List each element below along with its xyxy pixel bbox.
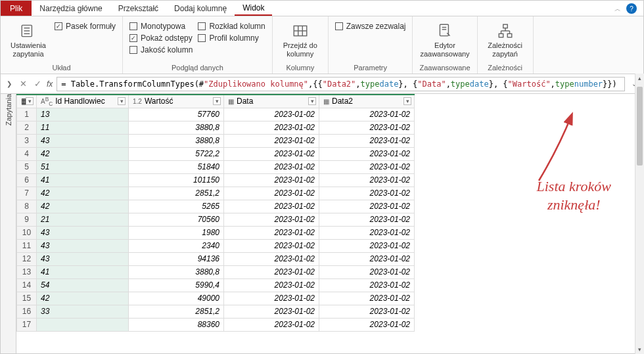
formula-bar-checkbox[interactable]: ✓Pasek formuły — [55, 22, 116, 31]
cell-id[interactable]: 42 — [37, 147, 129, 160]
cell-value[interactable]: 1980 — [129, 226, 224, 239]
cell-date2[interactable]: 2023-01-02 — [319, 108, 415, 121]
cancel-formula-icon[interactable]: ✕ — [18, 79, 28, 89]
cell-id[interactable]: 42 — [37, 187, 129, 200]
cell-value[interactable]: 3880,8 — [129, 265, 224, 278]
table-row[interactable]: 6411011502023-01-022023-01-02 — [17, 173, 415, 187]
cell-value[interactable]: 2340 — [129, 239, 224, 252]
query-settings-button[interactable]: Ustawienia zapytania — [7, 19, 49, 58]
column-header-date[interactable]: ▦Data ▾ — [224, 95, 319, 108]
collapse-ribbon-icon[interactable]: ︿ — [614, 5, 621, 16]
advanced-editor-button[interactable]: Edytor zaawansowany — [424, 19, 466, 58]
cell-date[interactable]: 2023-01-02 — [224, 187, 319, 200]
cell-date2[interactable]: 2023-01-02 — [319, 265, 415, 278]
tab-home[interactable]: Narzędzia główne — [32, 1, 110, 16]
table-menu-icon[interactable]: ▾ — [26, 97, 34, 105]
table-row[interactable]: 921705602023-01-022023-01-02 — [17, 213, 415, 226]
cell-date[interactable]: 2023-01-02 — [224, 200, 319, 213]
table-row[interactable]: 551518402023-01-022023-01-02 — [17, 160, 415, 173]
cell-id[interactable]: 41 — [37, 173, 129, 187]
cell-value[interactable]: 3880,8 — [129, 121, 224, 134]
always-allow-checkbox[interactable]: Zawsze zezwalaj — [335, 22, 406, 31]
cell-date2[interactable]: 2023-01-02 — [319, 252, 415, 265]
cell-value[interactable]: 2851,2 — [129, 305, 224, 318]
vertical-scrollbar[interactable]: ▴ ▾ — [635, 74, 644, 354]
confirm-formula-icon[interactable]: ✓ — [32, 79, 43, 89]
cell-id[interactable]: 42 — [37, 292, 129, 305]
table-row[interactable]: 2113880,82023-01-022023-01-02 — [17, 121, 415, 134]
cell-value[interactable]: 94136 — [129, 252, 224, 265]
table-row[interactable]: 104319802023-01-022023-01-02 — [17, 226, 415, 239]
row-index-header[interactable]: ▦ ▾ — [17, 95, 37, 108]
table-row[interactable]: 1542490002023-01-022023-01-02 — [17, 292, 415, 305]
table-row[interactable]: 113577602023-01-022023-01-02 — [17, 108, 415, 121]
cell-id[interactable]: 41 — [37, 265, 129, 278]
cell-value[interactable]: 51840 — [129, 160, 224, 173]
tab-view[interactable]: Widok — [235, 1, 272, 16]
cell-date[interactable]: 2023-01-02 — [224, 173, 319, 187]
cell-date2[interactable]: 2023-01-02 — [319, 278, 415, 292]
cell-date[interactable]: 2023-01-02 — [224, 278, 319, 292]
cell-id[interactable]: 11 — [37, 121, 129, 134]
cell-date2[interactable]: 2023-01-02 — [319, 187, 415, 200]
cell-date[interactable]: 2023-01-02 — [224, 160, 319, 173]
cell-date2[interactable]: 2023-01-02 — [319, 173, 415, 187]
cell-date2[interactable]: 2023-01-02 — [319, 292, 415, 305]
cell-date2[interactable]: 2023-01-02 — [319, 239, 415, 252]
filter-dropdown-icon[interactable]: ▾ — [118, 97, 126, 105]
cell-id[interactable]: 51 — [37, 160, 129, 173]
scroll-thumb[interactable] — [637, 87, 643, 166]
scroll-down-icon[interactable]: ▾ — [635, 345, 644, 354]
table-row[interactable]: 13413880,82023-01-022023-01-02 — [17, 265, 415, 278]
column-distribution-checkbox[interactable]: Rozkład kolumn — [198, 22, 265, 31]
table-row[interactable]: 1243941362023-01-022023-01-02 — [17, 252, 415, 265]
cell-date2[interactable]: 2023-01-02 — [319, 134, 415, 147]
table-row[interactable]: 4425722,22023-01-022023-01-02 — [17, 147, 415, 160]
cell-id[interactable]: 43 — [37, 134, 129, 147]
table-row[interactable]: 14545990,42023-01-022023-01-02 — [17, 278, 415, 292]
cell-value[interactable]: 5722,2 — [129, 147, 224, 160]
cell-value[interactable]: 57760 — [129, 108, 224, 121]
monospaced-checkbox[interactable]: Monotypowa — [129, 22, 193, 31]
table-row[interactable]: 17883602023-01-022023-01-02 — [17, 318, 415, 331]
cell-date[interactable]: 2023-01-02 — [224, 239, 319, 252]
cell-date2[interactable]: 2023-01-02 — [319, 147, 415, 160]
cell-value[interactable]: 88360 — [129, 318, 224, 331]
cell-date[interactable]: 2023-01-02 — [224, 108, 319, 121]
show-whitespace-checkbox[interactable]: ✓Pokaż odstępy — [129, 33, 193, 43]
cell-id[interactable]: 43 — [37, 252, 129, 265]
cell-value[interactable]: 2851,2 — [129, 187, 224, 200]
column-header-value[interactable]: 1.2Wartość ▾ — [129, 95, 224, 108]
help-icon[interactable]: ? — [626, 3, 637, 14]
tab-transform[interactable]: Przekształć — [110, 1, 166, 16]
table-row[interactable]: 16332851,22023-01-022023-01-02 — [17, 305, 415, 318]
cell-date2[interactable]: 2023-01-02 — [319, 318, 415, 331]
data-grid[interactable]: ▦ ▾ ABCId Handlowiec ▾ 1.2Wartość ▾ ▦D — [16, 94, 415, 332]
cell-date[interactable]: 2023-01-02 — [224, 305, 319, 318]
cell-date[interactable]: 2023-01-02 — [224, 147, 319, 160]
filter-dropdown-icon[interactable]: ▾ — [213, 97, 221, 105]
cell-id[interactable]: 42 — [37, 200, 129, 213]
cell-id[interactable]: 43 — [37, 239, 129, 252]
table-row[interactable]: 114323402023-01-022023-01-02 — [17, 239, 415, 252]
filter-dropdown-icon[interactable]: ▾ — [308, 97, 316, 105]
column-header-id[interactable]: ABCId Handlowiec ▾ — [37, 95, 129, 108]
cell-id[interactable]: 13 — [37, 108, 129, 121]
queries-pane-collapsed[interactable]: Zapytania — [1, 94, 16, 353]
cell-date[interactable]: 2023-01-02 — [224, 121, 319, 134]
table-row[interactable]: 84252652023-01-022023-01-02 — [17, 200, 415, 213]
cell-date2[interactable]: 2023-01-02 — [319, 226, 415, 239]
cell-date2[interactable]: 2023-01-02 — [319, 121, 415, 134]
cell-value[interactable]: 49000 — [129, 292, 224, 305]
table-row[interactable]: 7422851,22023-01-022023-01-02 — [17, 187, 415, 200]
cell-date[interactable]: 2023-01-02 — [224, 134, 319, 147]
cell-id[interactable] — [37, 318, 129, 331]
cell-value[interactable]: 70560 — [129, 213, 224, 226]
expand-queries-pane-icon[interactable]: ❯ — [5, 80, 14, 87]
cell-value[interactable]: 5265 — [129, 200, 224, 213]
cell-date2[interactable]: 2023-01-02 — [319, 213, 415, 226]
cell-date2[interactable]: 2023-01-02 — [319, 160, 415, 173]
formula-bar-input[interactable]: = Table.TransformColumnTypes(#"Zduplikow… — [57, 77, 625, 91]
column-quality-checkbox[interactable]: Jakość kolumn — [129, 45, 193, 55]
cell-date2[interactable]: 2023-01-02 — [319, 305, 415, 318]
